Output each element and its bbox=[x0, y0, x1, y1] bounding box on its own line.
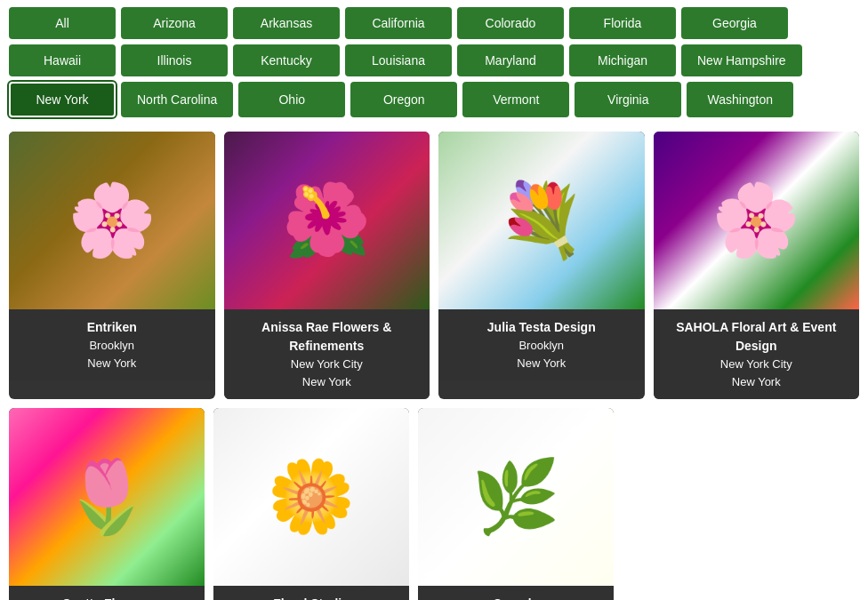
shop-state: New York bbox=[237, 373, 418, 391]
flower-icon: 🌸 bbox=[68, 179, 157, 262]
shop-name: Anissa Rae Flowers & Refinements bbox=[237, 318, 418, 356]
card-row-2: 🌷Scotts FlowersNew York CityNew York🌼Flo… bbox=[9, 408, 631, 600]
filter-btn-arkansas[interactable]: Arkansas bbox=[233, 7, 340, 39]
shop-city: Brooklyn bbox=[451, 337, 632, 355]
flower-icon: 🌺 bbox=[282, 179, 371, 262]
filter-btn-kentucky[interactable]: Kentucky bbox=[233, 44, 340, 76]
filter-bar: AllArizonaArkansasCaliforniaColoradoFlor… bbox=[0, 0, 868, 124]
card-flower-image: 🌼 bbox=[213, 408, 409, 586]
shop-state: New York bbox=[21, 355, 203, 372]
florist-card[interactable]: 💐Julia Testa DesignBrooklynNew York bbox=[438, 132, 645, 399]
filter-btn-oregon[interactable]: Oregon bbox=[350, 82, 457, 117]
filter-btn-colorado[interactable]: Colorado bbox=[457, 7, 564, 39]
florist-card[interactable]: 🌸SAHOLA Floral Art & Event DesignNew Yor… bbox=[654, 132, 860, 399]
filter-btn-maryland[interactable]: Maryland bbox=[457, 44, 564, 76]
filter-btn-hawaii[interactable]: Hawaii bbox=[9, 44, 116, 76]
card-info: Floral StudioNew York CityNY bbox=[213, 586, 409, 600]
card-info: Julia Testa DesignBrooklynNew York bbox=[438, 309, 645, 380]
card-flower-image: 🌺 bbox=[224, 132, 430, 309]
filter-btn-michigan[interactable]: Michigan bbox=[569, 44, 676, 76]
florist-card[interactable]: 🌼Floral StudioNew York CityNY bbox=[213, 408, 409, 600]
shop-city: New York City bbox=[237, 356, 418, 373]
shop-state: New York bbox=[451, 355, 632, 372]
florist-card[interactable]: 🌿OvandoNew York CityNew York bbox=[418, 408, 614, 600]
filter-btn-georgia[interactable]: Georgia bbox=[681, 7, 788, 39]
shop-name: Entriken bbox=[21, 318, 203, 337]
card-info: EntrikenBrooklynNew York bbox=[9, 309, 215, 380]
filter-btn-new-hampshire[interactable]: New Hampshire bbox=[681, 44, 802, 76]
card-flower-image: 🌸 bbox=[654, 132, 860, 309]
shop-city: Brooklyn bbox=[21, 337, 203, 355]
filter-btn-virginia[interactable]: Virginia bbox=[575, 82, 681, 117]
shop-city: New York City bbox=[666, 356, 848, 373]
card-flower-image: 💐 bbox=[438, 132, 645, 309]
flower-icon: 💐 bbox=[497, 179, 586, 262]
filter-btn-florida[interactable]: Florida bbox=[569, 7, 676, 39]
shop-state: New York bbox=[666, 373, 848, 391]
shop-name: Floral Studio bbox=[226, 595, 397, 600]
shop-name: Scotts Flowers bbox=[21, 595, 192, 600]
filter-btn-new-york[interactable]: New York bbox=[9, 82, 116, 117]
card-info: OvandoNew York CityNew York bbox=[418, 586, 614, 600]
shop-name: Ovando bbox=[430, 595, 601, 600]
card-flower-image: 🌷 bbox=[9, 408, 205, 586]
shop-name: Julia Testa Design bbox=[451, 318, 632, 337]
filter-btn-vermont[interactable]: Vermont bbox=[462, 82, 569, 117]
filter-btn-arizona[interactable]: Arizona bbox=[121, 7, 228, 39]
florist-card[interactable]: 🌷Scotts FlowersNew York CityNew York bbox=[9, 408, 205, 600]
filter-btn-ohio[interactable]: Ohio bbox=[238, 82, 345, 117]
filter-btn-illinois[interactable]: Illinois bbox=[121, 44, 228, 76]
card-flower-image: 🌿 bbox=[418, 408, 614, 586]
florist-card[interactable]: 🌺Anissa Rae Flowers & RefinementsNew Yor… bbox=[224, 132, 430, 399]
flower-icon: 🌷 bbox=[62, 455, 151, 539]
flower-icon: 🌼 bbox=[267, 455, 356, 539]
filter-btn-all[interactable]: All bbox=[9, 7, 116, 39]
card-info: Scotts FlowersNew York CityNew York bbox=[9, 586, 205, 600]
flower-icon: 🌿 bbox=[471, 455, 560, 539]
card-info: SAHOLA Floral Art & Event DesignNew York… bbox=[654, 309, 860, 399]
filter-btn-north-carolina[interactable]: North Carolina bbox=[121, 82, 233, 117]
filter-btn-louisiana[interactable]: Louisiana bbox=[345, 44, 452, 76]
shop-name: SAHOLA Floral Art & Event Design bbox=[666, 318, 848, 356]
card-row-1: 🌸EntrikenBrooklynNew York🌺Anissa Rae Flo… bbox=[9, 132, 859, 399]
florist-card[interactable]: 🌸EntrikenBrooklynNew York bbox=[9, 132, 215, 399]
filter-btn-washington[interactable]: Washington bbox=[687, 82, 793, 117]
grid-section: 🌸EntrikenBrooklynNew York🌺Anissa Rae Flo… bbox=[0, 124, 868, 600]
card-flower-image: 🌸 bbox=[9, 132, 215, 309]
filter-btn-california[interactable]: California bbox=[345, 7, 452, 39]
card-info: Anissa Rae Flowers & RefinementsNew York… bbox=[224, 309, 430, 399]
flower-icon: 🌸 bbox=[711, 179, 800, 262]
